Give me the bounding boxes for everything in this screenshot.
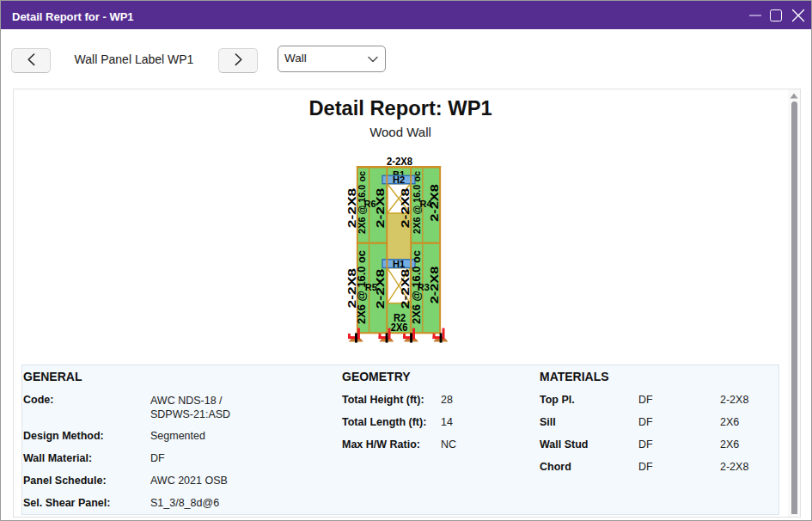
svg-text:H1: H1 [393,259,406,269]
svg-text:H2: H2 [393,175,405,185]
svg-text:2-2X8: 2-2X8 [429,267,441,304]
svg-text:2-2X8: 2-2X8 [375,269,387,310]
svg-text:2X6 @ 16.0 oc: 2X6 @ 16.0 oc [412,171,422,234]
svg-text:2X6 @ 16.0 oc: 2X6 @ 16.0 oc [356,250,368,324]
svg-text:2X6 @ 16.0 oc: 2X6 @ 16.0 oc [411,250,423,324]
svg-text:2X6 @ 16.0 oc: 2X6 @ 16.0 oc [357,171,367,234]
svg-text:2-2X8: 2-2X8 [400,188,412,229]
svg-text:2X6: 2X6 [391,321,408,334]
svg-text:2-2X8: 2-2X8 [387,156,412,168]
svg-text:2-2X8: 2-2X8 [429,184,441,222]
svg-text:2-2X8: 2-2X8 [375,188,387,229]
